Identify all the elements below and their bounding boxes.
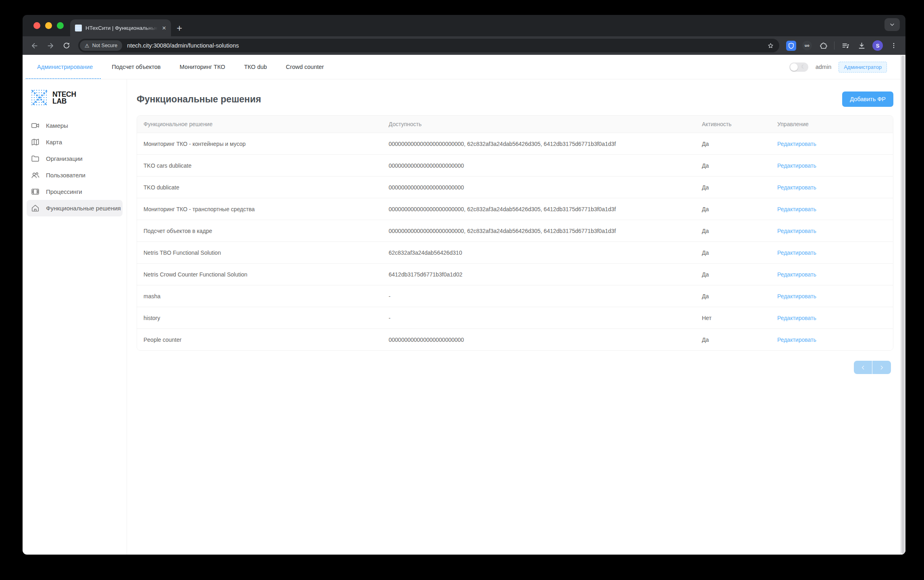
edit-link[interactable]: Редактировать — [777, 271, 816, 278]
page-scrollbar[interactable] — [900, 55, 905, 555]
fs-availability-cell: - — [382, 293, 695, 299]
star-icon — [767, 42, 774, 50]
scrollbar-thumb[interactable] — [901, 56, 905, 554]
edit-link[interactable]: Редактировать — [777, 337, 816, 343]
edit-link[interactable]: Редактировать — [777, 293, 816, 299]
kebab-menu-icon — [890, 42, 897, 49]
add-fs-button[interactable]: Добавить ФР — [842, 91, 893, 107]
role-badge: Администратор — [839, 62, 887, 73]
nav-tab-object-counting[interactable]: Подсчет объектов — [110, 55, 162, 79]
edit-link[interactable]: Редактировать — [777, 249, 816, 256]
fs-availability-cell: 6412db3175d6771b3f0a1d02 — [382, 271, 695, 278]
users-icon — [31, 171, 40, 179]
fs-management-cell: Редактировать — [771, 337, 893, 343]
fs-availability-cell: 000000000000000000000000, 62c832af3a24da… — [382, 228, 695, 234]
browser-tab-active[interactable]: НТехСити | Функциональные × — [70, 19, 171, 36]
close-window-button[interactable] — [33, 22, 40, 29]
password-manager-extension-button[interactable] — [784, 39, 798, 52]
sidebar-item-map[interactable]: Карта — [27, 134, 123, 150]
fs-activity-cell: Да — [695, 206, 771, 212]
fs-management-cell: Редактировать — [771, 184, 893, 191]
sidebar-item-users[interactable]: Пользователи — [27, 167, 123, 183]
pagination — [137, 361, 893, 374]
fs-availability-cell: 000000000000000000000000, 62c832af3a24da… — [382, 206, 695, 212]
ublock-extension-button[interactable]: uo — [800, 39, 814, 52]
forward-arrow-icon — [46, 42, 55, 50]
forward-button[interactable] — [44, 39, 57, 52]
fs-name-cell: Netris TBO Functional Solution — [137, 249, 382, 256]
tab-search-button[interactable] — [884, 18, 900, 31]
browser-tabstrip: НТехСити | Функциональные × + — [23, 15, 905, 36]
pagination-prev-button[interactable] — [854, 361, 872, 374]
table-row: Мониторинг ТКО - контейнеры и мусор 0000… — [137, 133, 893, 154]
back-arrow-icon — [30, 42, 39, 50]
ntechlab-logo: NTECH LAB — [23, 89, 127, 107]
sidebar-item-label: Камеры — [46, 122, 68, 129]
fs-name-cell: masha — [137, 293, 382, 299]
maximize-window-button[interactable] — [57, 22, 64, 29]
fs-management-cell: Редактировать — [771, 162, 893, 169]
edit-link[interactable]: Редактировать — [777, 162, 816, 169]
fs-management-cell: Редактировать — [771, 228, 893, 234]
nav-tab-tko-monitoring[interactable]: Мониторинг ТКО — [178, 55, 227, 79]
fs-availability-cell: - — [382, 315, 695, 321]
fs-name-cell: TKO cars dublicate — [137, 162, 382, 169]
bookmark-button[interactable] — [764, 42, 777, 50]
fs-availability-cell: 000000000000000000000000 — [382, 184, 695, 191]
fs-activity-cell: Да — [695, 162, 771, 169]
url-text[interactable]: ntech.city:30080/admin/functional-soluti… — [127, 42, 764, 49]
edit-link[interactable]: Редактировать — [777, 184, 816, 191]
fs-activity-cell: Да — [695, 228, 771, 234]
desktop-background: НТехСити | Функциональные × + — [0, 0, 924, 580]
sidebar-item-processings[interactable]: Процессинги — [27, 183, 123, 200]
pagination-next-button[interactable] — [872, 361, 891, 374]
title-row: Функциональные решения Добавить ФР — [137, 91, 893, 107]
reload-button[interactable] — [60, 39, 73, 52]
security-chip[interactable]: ⚠ Not Secure — [80, 40, 122, 51]
home-icon — [31, 204, 40, 212]
browser-menu-button[interactable] — [887, 39, 901, 52]
fs-activity-cell: Да — [695, 271, 771, 278]
table-row: masha - Да Редактировать — [137, 285, 893, 307]
sidebar-item-cameras[interactable]: Камеры — [27, 117, 123, 134]
profile-avatar: S — [872, 40, 883, 51]
fs-activity-cell: Да — [695, 249, 771, 256]
folder-icon — [31, 154, 40, 163]
nav-tab-tko-dub[interactable]: ТКО dub — [242, 55, 268, 79]
address-bar[interactable]: ⚠ Not Secure ntech.city:30080/admin/func… — [78, 39, 779, 52]
fs-activity-cell: Да — [695, 141, 771, 147]
table-row: Netris TBO Functional Solution 62c832af3… — [137, 241, 893, 263]
extensions-menu-button[interactable] — [816, 39, 830, 52]
main-content: Функциональные решения Добавить ФР Функц… — [127, 79, 905, 555]
edit-link[interactable]: Редактировать — [777, 228, 816, 234]
fs-name-cell: People counter — [137, 337, 382, 343]
fs-availability-cell: 000000000000000000000000 — [382, 162, 695, 169]
page-content: Администрирование Подсчет объектов Монит… — [23, 55, 905, 555]
media-controls-button[interactable] — [839, 39, 852, 52]
new-tab-button[interactable]: + — [177, 23, 182, 33]
edit-link[interactable]: Редактировать — [777, 141, 816, 147]
back-button[interactable] — [27, 39, 41, 52]
nav-tab-administration[interactable]: Администрирование — [35, 55, 94, 79]
nav-tab-crowd-counter[interactable]: Crowd counter — [284, 55, 325, 79]
sidebar-item-organizations[interactable]: Организации — [27, 150, 123, 167]
fs-management-cell: Редактировать — [771, 249, 893, 256]
downloads-button[interactable] — [855, 39, 868, 52]
sidebar-item-functional-solutions[interactable]: Функциональные решения — [27, 200, 123, 216]
tab-close-icon[interactable]: × — [161, 25, 167, 31]
sidebar-item-label: Карта — [46, 139, 62, 146]
page-body: NTECH LAB Камеры — [23, 79, 905, 555]
moon-icon: ☾ — [801, 64, 806, 70]
column-header-management: Управление — [771, 121, 893, 127]
playlist-icon — [841, 42, 850, 50]
page-title: Функциональные решения — [137, 94, 261, 105]
profile-button[interactable]: S — [871, 39, 884, 52]
fs-availability-cell: 000000000000000000000000 — [382, 337, 695, 343]
chevron-left-icon — [860, 365, 866, 370]
edit-link[interactable]: Редактировать — [777, 206, 816, 212]
minimize-window-button[interactable] — [45, 22, 52, 29]
browser-window: НТехСити | Функциональные × + — [23, 15, 905, 555]
dark-mode-toggle[interactable]: ☾ — [789, 62, 808, 72]
sidebar: NTECH LAB Камеры — [23, 79, 127, 555]
edit-link[interactable]: Редактировать — [777, 315, 816, 321]
